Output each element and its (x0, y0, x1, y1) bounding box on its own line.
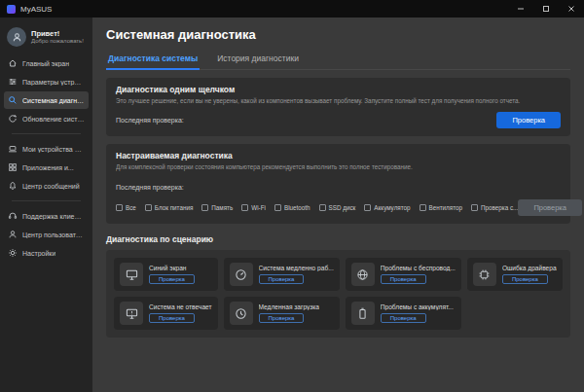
custom-title: Настраиваемая диагностика (116, 151, 561, 160)
checkbox-power[interactable]: Блок питания (145, 204, 193, 211)
tab-diagnostics-history[interactable]: История диагностики (215, 51, 301, 69)
checkbox-ssd[interactable]: SSD диск (319, 204, 356, 211)
checkbox-icon (420, 204, 426, 211)
sidebar-item-customer-support[interactable]: Поддержка клиентов (4, 207, 89, 225)
window-controls (508, 0, 584, 18)
custom-check-button[interactable]: Проверка (518, 199, 582, 216)
scenario-check-button[interactable]: Проверка (381, 274, 426, 284)
checkbox-fan[interactable]: Вентилятор (420, 204, 462, 211)
checkbox-icon (471, 204, 478, 211)
one-click-description: Это лучшее решение, если вы не уверены, … (116, 97, 561, 106)
monitor-alert-icon (120, 302, 143, 325)
greeting: Привет! (31, 29, 84, 38)
tab-system-diagnostics[interactable]: Диагностика системы (106, 51, 200, 70)
main-content: Системная диагностика Диагностика систем… (92, 18, 584, 392)
scenario-grid: Синий экран Проверка Система медленно ра… (106, 250, 570, 338)
scenario-check-button[interactable]: Проверка (149, 274, 195, 284)
scenario-card-slow-system[interactable]: Система медленно раб... Проверка (224, 258, 340, 291)
sidebar-item-message-center[interactable]: Центр сообщений (4, 177, 89, 195)
one-click-last-check-label: Последняя проверка: (116, 117, 184, 124)
sidebar-item-apps[interactable]: Приложения и... (4, 159, 89, 176)
laptop-icon (8, 144, 18, 154)
sliders-icon (8, 77, 18, 87)
checkbox-icon (116, 204, 123, 211)
user-profile[interactable]: Привет! Добро пожаловать! (0, 23, 92, 54)
scenario-card-driver-error[interactable]: Ошибка драйвера Проверка (467, 258, 563, 291)
update-refresh-icon (8, 114, 18, 124)
scenario-check-button[interactable]: Проверка (149, 313, 195, 323)
driver-chip-icon (473, 263, 496, 286)
window-title: MyASUS (20, 5, 52, 14)
tab-bar: Диагностика системы История диагностики (106, 51, 570, 70)
close-button[interactable] (559, 0, 584, 18)
checkbox-all[interactable]: Все (116, 204, 136, 211)
scenario-card-blue-screen[interactable]: Синий экран Проверка (114, 258, 218, 291)
gauge-icon (230, 263, 253, 286)
checkbox-bluetooth[interactable]: Bluetooth (274, 204, 310, 211)
scenario-check-button[interactable]: Проверка (259, 274, 305, 284)
scenario-section-title: Диагностика по сценарию (106, 234, 570, 244)
minimize-button[interactable] (508, 0, 533, 18)
sidebar-nav: Главный экран Параметры устройства Систе… (0, 54, 92, 262)
scenario-card-system-not-responding[interactable]: Система не отвечает Проверка (114, 297, 218, 330)
sidebar-item-settings[interactable]: Настройки (4, 244, 89, 262)
diagnostics-magnifier-icon (8, 95, 18, 105)
myasus-logo-icon (7, 5, 16, 14)
headset-icon (8, 211, 18, 221)
custom-last-check-label: Последняя проверка: (116, 184, 184, 191)
checkbox-icon (201, 204, 208, 211)
maximize-button[interactable] (533, 0, 559, 18)
titlebar-app-info: MyASUS (0, 5, 52, 14)
page-title: Системная диагностика (106, 27, 570, 42)
battery-icon (351, 302, 375, 325)
custom-diagnostics-card: Настраиваемая диагностика Для комплексно… (106, 144, 570, 225)
scenario-card-wireless-problems[interactable]: Проблемы с беспровод... Проверка (346, 258, 461, 291)
titlebar: MyASUS (0, 0, 584, 18)
sidebar-divider (12, 133, 81, 134)
apps-grid-icon (8, 162, 18, 172)
scenario-check-button[interactable]: Проверка (259, 313, 305, 323)
user-icon (8, 230, 18, 239)
sidebar-item-system-update[interactable]: Обновление системы (4, 110, 89, 127)
checkbox-battery[interactable]: Аккумулятор (364, 204, 410, 211)
scenario-check-button[interactable]: Проверка (502, 274, 548, 284)
one-click-diagnostics-card: Диагностика одним щелчком Это лучшее реш… (106, 78, 570, 136)
scenario-check-button[interactable]: Проверка (381, 313, 426, 323)
scenario-card-battery-problems[interactable]: Проблемы с аккумулят... Проверка (346, 297, 461, 330)
slow-boot-clock-icon (230, 302, 253, 325)
myasus-window: MyASUS Привет! (0, 0, 584, 392)
sub-greeting: Добро пожаловать! (31, 38, 84, 45)
gear-icon (8, 248, 18, 258)
component-checkbox-group: Все Блок питания Память Wi-Fi Bluetooth … (116, 204, 518, 211)
custom-description: Для комплексной проверки состояния компь… (116, 163, 561, 172)
sidebar-item-user-center[interactable]: Центр пользователя (4, 226, 89, 243)
wireless-globe-icon (351, 263, 375, 286)
checkbox-icon (364, 204, 371, 211)
scenario-card-slow-boot[interactable]: Медленная загрузка Проверка (224, 297, 340, 330)
checkbox-wifi[interactable]: Wi-Fi (241, 204, 266, 211)
sidebar-item-system-diagnostics[interactable]: Системная диагностика (4, 91, 89, 109)
checkbox-stress-test[interactable]: Проверка с... (471, 204, 518, 211)
sidebar-item-device-settings[interactable]: Параметры устройства (4, 73, 89, 90)
blue-screen-monitor-icon (120, 263, 143, 286)
checkbox-icon (319, 204, 326, 211)
one-click-check-button[interactable]: Проверка (496, 112, 561, 128)
checkbox-icon (145, 204, 152, 211)
sidebar-item-home[interactable]: Главный экран (4, 54, 89, 72)
avatar (7, 27, 26, 47)
greeting-block: Привет! Добро пожаловать! (31, 29, 84, 45)
checkbox-memory[interactable]: Память (201, 204, 233, 211)
one-click-title: Диагностика одним щелчком (116, 85, 561, 94)
sidebar-item-my-devices[interactable]: Мои устройства ASUS (4, 140, 89, 158)
home-icon (8, 58, 18, 68)
sidebar-divider (12, 200, 81, 201)
checkbox-icon (241, 204, 248, 211)
sidebar: Привет! Добро пожаловать! Главный экран … (0, 18, 92, 392)
checkbox-icon (274, 204, 281, 211)
bell-icon (8, 181, 18, 191)
